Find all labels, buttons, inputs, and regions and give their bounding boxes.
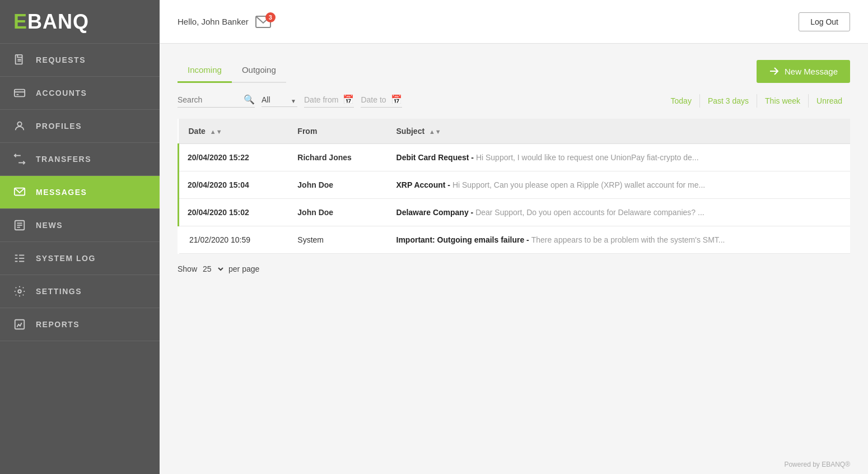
sidebar-item-transfers-label: TRANSFERS (36, 155, 91, 164)
per-page-suffix: per page (228, 264, 259, 273)
table-row[interactable]: 21/02/2020 10:59SystemImportant: Outgoin… (179, 226, 851, 254)
tabs-row: Incoming Outgoing New Message (178, 59, 850, 83)
logo-banq: BANQ (27, 10, 89, 33)
sidebar-item-settings[interactable]: SETTINGS (0, 275, 160, 308)
subject-preview-text: Hi Support, I would like to request one … (476, 153, 699, 162)
sidebar-item-accounts-label: ACCOUNTS (36, 89, 87, 97)
table-row[interactable]: 20/04/2020 15:02John DoeDelaware Company… (179, 199, 851, 226)
col-date[interactable]: Date ▲▼ (179, 119, 288, 144)
search-wrapper: 🔍 (178, 94, 255, 108)
calendar-to-icon[interactable]: 📅 (391, 94, 402, 105)
col-subject[interactable]: Subject ▲▼ (386, 119, 850, 144)
sort-date-icon: ▲▼ (210, 128, 222, 135)
main-content: Hello, John Banker 3 Log Out Incoming Ou… (160, 0, 868, 474)
svg-point-20 (18, 290, 21, 293)
brand-logo: EBANQ (13, 10, 89, 34)
cell-from: John Doe (287, 171, 386, 199)
calendar-from-icon[interactable]: 📅 (343, 94, 354, 105)
footer: Powered by EBANQ® (160, 455, 868, 474)
show-label: Show (178, 264, 197, 273)
settings-icon (13, 285, 26, 298)
topbar-left: Hello, John Banker 3 (178, 16, 271, 28)
mail-icon-wrapper[interactable]: 3 (255, 16, 271, 28)
table-body: 20/04/2020 15:22Richard JonesDebit Card … (179, 144, 851, 254)
cell-subject: Important: Outgoing emails failure - The… (386, 226, 850, 254)
cell-date: 20/04/2020 15:04 (179, 171, 288, 199)
filter-bar: 🔍 All Unread Read ▼ Date from 📅 Date to … (178, 94, 850, 108)
reports-icon (13, 318, 26, 331)
sidebar-item-accounts[interactable]: ACCOUNTS (0, 77, 160, 110)
per-page-select[interactable]: 25 10 50 100 (200, 264, 225, 274)
sidebar-item-reports-label: REPORTS (36, 320, 80, 329)
file-icon (13, 54, 26, 66)
logout-button[interactable]: Log Out (799, 12, 850, 31)
sidebar-item-requests-label: REQUESTS (36, 55, 86, 64)
search-icon: 🔍 (244, 94, 255, 105)
sidebar-item-transfers[interactable]: TRANSFERS (0, 143, 160, 176)
date-from-label: Date from (304, 95, 338, 104)
sidebar-item-profiles[interactable]: PROFILES (0, 110, 160, 143)
sidebar-item-news[interactable]: NEWS (0, 209, 160, 242)
accounts-icon (13, 87, 26, 99)
logo: EBANQ (0, 0, 160, 44)
svg-rect-3 (15, 90, 25, 97)
sidebar-item-reports[interactable]: REPORTS (0, 308, 160, 341)
subject-preview-text: There appears to be a problem with the s… (531, 235, 725, 244)
filter-today[interactable]: Today (663, 94, 700, 108)
cell-date: 20/04/2020 15:02 (179, 199, 288, 226)
table-row[interactable]: 20/04/2020 15:04John DoeXRP Account - Hi… (179, 171, 851, 199)
sidebar-item-news-label: NEWS (36, 221, 63, 230)
profiles-icon (13, 120, 26, 132)
sidebar-item-settings-label: SETTINGS (36, 287, 82, 296)
sort-subject-icon: ▲▼ (429, 128, 441, 135)
sidebar-nav: REQUESTS ACCOUNTS PROFILES (0, 44, 160, 474)
filter-links: Today Past 3 days This week Unread (663, 94, 850, 108)
filter-all-wrapper: All Unread Read ▼ (262, 95, 297, 107)
subject-bold-text: XRP Account - (396, 180, 452, 189)
tabs-list: Incoming Outgoing (178, 59, 286, 83)
subject-bold-text: Debit Card Request - (396, 153, 476, 162)
news-icon (13, 219, 26, 231)
filter-past3days[interactable]: Past 3 days (700, 94, 757, 108)
search-input[interactable] (178, 95, 239, 104)
svg-rect-21 (15, 320, 25, 329)
date-to-label: Date to (361, 95, 386, 104)
filter-this-week[interactable]: This week (757, 94, 809, 108)
sidebar-item-profiles-label: PROFILES (36, 122, 82, 131)
sidebar-item-messages[interactable]: MESSAGES (0, 176, 160, 209)
filter-all-select[interactable]: All Unread Read (262, 95, 297, 107)
sidebar-item-requests[interactable]: REQUESTS (0, 44, 160, 77)
subject-bold-text: Delaware Company - (396, 208, 476, 217)
pagination-bar: Show 25 10 50 100 per page (178, 264, 850, 274)
table-row[interactable]: 20/04/2020 15:22Richard JonesDebit Card … (179, 144, 851, 171)
cell-from: System (287, 226, 386, 254)
sidebar-item-system-log[interactable]: SYSTEM LOG (0, 242, 160, 275)
filter-unread[interactable]: Unread (809, 94, 850, 108)
tab-incoming[interactable]: Incoming (178, 59, 232, 83)
cell-from: John Doe (287, 199, 386, 226)
greeting-text: Hello, John Banker (178, 17, 249, 26)
tab-outgoing[interactable]: Outgoing (232, 59, 286, 83)
cell-subject: Debit Card Request - Hi Support, I would… (386, 144, 850, 171)
footer-text: Powered by EBANQ® (784, 461, 850, 468)
sidebar-item-messages-label: MESSAGES (36, 188, 87, 197)
subject-bold-text: Important: Outgoing emails failure - (396, 235, 531, 244)
send-icon (769, 67, 779, 76)
cell-subject: Delaware Company - Dear Support, Do you … (386, 199, 850, 226)
logo-e: E (13, 10, 27, 33)
content-area: Incoming Outgoing New Message 🔍 All Un (160, 44, 868, 455)
cell-subject: XRP Account - Hi Support, Can you please… (386, 171, 850, 199)
mail-badge: 3 (265, 12, 276, 22)
subject-preview-text: Hi Support, Can you please open a Ripple… (452, 180, 705, 189)
date-from-field: Date from 📅 (304, 94, 354, 108)
sidebar-item-system-log-label: SYSTEM LOG (36, 254, 96, 263)
subject-preview-text: Dear Support, Do you open accounts for D… (475, 208, 704, 217)
topbar: Hello, John Banker 3 Log Out (160, 0, 868, 44)
messages-icon (13, 186, 26, 198)
date-to-field: Date to 📅 (361, 94, 402, 108)
svg-point-6 (17, 122, 21, 126)
new-message-button[interactable]: New Message (757, 60, 850, 83)
cell-date: 20/04/2020 15:22 (179, 144, 288, 171)
cell-date: 21/02/2020 10:59 (179, 226, 288, 254)
system-log-icon (13, 252, 26, 264)
